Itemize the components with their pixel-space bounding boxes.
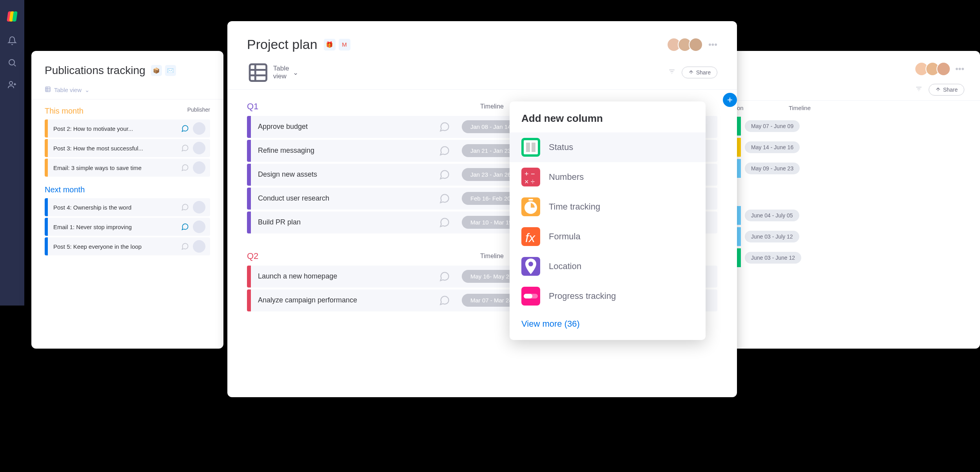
task-row[interactable]: Email 1: Never stop improving (45, 218, 210, 236)
add-column-popover: Add new column Status +−×÷ Numbers Time … (510, 101, 706, 340)
svg-rect-6 (532, 143, 535, 152)
integration-icon-1[interactable]: 🎁 (324, 39, 336, 51)
column-option-formula[interactable]: fx Formula (510, 222, 706, 251)
avatar[interactable] (193, 142, 205, 154)
task-row[interactable]: Email: 3 simple ways to save time (45, 159, 210, 177)
chat-icon[interactable] (181, 242, 189, 250)
column-option-time-tracking[interactable]: Time tracking (510, 192, 706, 222)
chevron-down-icon[interactable]: ⌄ (85, 87, 90, 94)
board-members[interactable] (918, 62, 951, 76)
board-title-text: Publications tracking (45, 64, 145, 77)
table-icon (45, 86, 51, 94)
avatar[interactable] (193, 122, 205, 135)
status-icon (521, 138, 540, 157)
publications-card: Publications tracking 📦 ✉️ Table view ⌄ … (31, 51, 223, 349)
group-name[interactable]: Q2 (247, 251, 449, 261)
board-title-text: Project plan (247, 37, 318, 52)
col-timeline: Timeline (760, 105, 839, 111)
more-menu-icon[interactable]: ••• (708, 40, 717, 50)
task-row[interactable]: Post 4: Ownership is the word (45, 198, 210, 216)
svg-point-1 (9, 81, 13, 85)
svg-text:−: − (531, 170, 535, 178)
avatar[interactable] (193, 201, 205, 213)
view-more-link[interactable]: View more (36) (510, 311, 706, 331)
add-column-button[interactable]: + (723, 93, 737, 107)
task-title: Post 4: Ownership is the word (48, 200, 181, 215)
add-person-icon[interactable] (7, 80, 17, 89)
column-option-label: Progress tracking (549, 291, 616, 301)
gmail-icon[interactable]: M (339, 39, 350, 51)
chat-icon[interactable] (439, 145, 450, 156)
timeline-pill[interactable]: June 03 - July 12 (745, 231, 799, 242)
chat-icon[interactable] (439, 193, 450, 204)
chevron-down-icon: ⌄ (293, 69, 298, 77)
progress-icon (521, 287, 540, 306)
integration-icon-1[interactable]: 📦 (151, 65, 162, 76)
task-row[interactable]: Post 2: How to motivate your... (45, 119, 210, 137)
time-icon (521, 197, 540, 216)
chat-icon[interactable] (181, 125, 189, 132)
filter-icon[interactable] (668, 68, 675, 77)
column-option-label: Time tracking (549, 202, 600, 212)
svg-text:fx: fx (525, 231, 535, 245)
share-label: Share (943, 87, 958, 93)
chat-icon[interactable] (181, 203, 189, 211)
column-option-numbers[interactable]: +−×÷ Numbers (510, 162, 706, 192)
numbers-icon: +−×÷ (521, 168, 540, 186)
timeline-pill[interactable]: May 14 - June 16 (745, 141, 800, 153)
svg-text:×: × (524, 178, 529, 186)
chat-icon[interactable] (181, 164, 189, 172)
timeline-pill[interactable]: June 03 - June 12 (745, 252, 801, 264)
task-title: Build PR plan (251, 218, 439, 226)
app-logo (5, 9, 19, 24)
more-menu-icon[interactable]: ••• (955, 64, 964, 74)
bell-icon[interactable] (7, 36, 17, 45)
group-title[interactable]: Next month (31, 178, 223, 197)
column-option-location[interactable]: Location (510, 251, 706, 281)
integration-icon-2[interactable]: ✉️ (165, 65, 176, 76)
task-title: Email 1: Never stop improving (48, 220, 181, 234)
task-row[interactable]: Post 3: How the most successful... (45, 139, 210, 157)
task-row[interactable]: Post 5: Keep everyone in the loop (45, 237, 210, 255)
column-option-label: Formula (549, 231, 581, 242)
view-selector[interactable]: Table view (54, 87, 82, 93)
svg-rect-12 (528, 199, 533, 201)
svg-point-0 (9, 60, 15, 65)
task-title: Design new assets (251, 170, 439, 179)
task-title: Approve budget (251, 123, 439, 131)
svg-rect-2 (45, 87, 50, 92)
column-option-progress-tracking[interactable]: Progress tracking (510, 281, 706, 311)
chat-icon[interactable] (181, 223, 189, 231)
share-button[interactable]: Share (929, 84, 964, 96)
column-option-status[interactable]: Status (510, 132, 706, 162)
group-name[interactable]: Q1 (247, 101, 449, 112)
chat-icon[interactable] (439, 295, 450, 306)
avatar[interactable] (193, 221, 205, 233)
timeline-pill[interactable]: June 04 - July 05 (745, 210, 799, 221)
avatar[interactable] (193, 161, 205, 174)
chat-icon[interactable] (439, 169, 450, 180)
board-members[interactable] (670, 38, 703, 52)
app-sidebar (0, 0, 24, 306)
avatar[interactable] (193, 240, 205, 253)
chat-icon[interactable] (439, 217, 450, 228)
svg-rect-4 (524, 140, 538, 154)
timeline-pill[interactable]: May 07 - June 09 (745, 120, 800, 132)
chat-icon[interactable] (439, 271, 450, 282)
task-title: Post 5: Keep everyone in the loop (48, 239, 181, 254)
chat-icon[interactable] (181, 144, 189, 152)
filter-icon[interactable] (915, 85, 922, 94)
location-icon (521, 257, 540, 276)
task-title: Refine messaging (251, 146, 439, 155)
share-label: Share (696, 69, 711, 76)
column-option-label: Location (549, 261, 581, 271)
timeline-pill[interactable]: May 09 - June 23 (745, 163, 800, 174)
view-selector[interactable]: Table view ⌄ (247, 61, 298, 84)
column-option-label: Numbers (549, 172, 584, 182)
share-button[interactable]: Share (682, 67, 717, 78)
search-icon[interactable] (7, 58, 17, 67)
chat-icon[interactable] (439, 121, 450, 132)
group-title[interactable]: This monthPublisher (31, 99, 223, 118)
formula-icon: fx (521, 227, 540, 246)
board-title: Publications tracking 📦 ✉️ (45, 64, 210, 77)
